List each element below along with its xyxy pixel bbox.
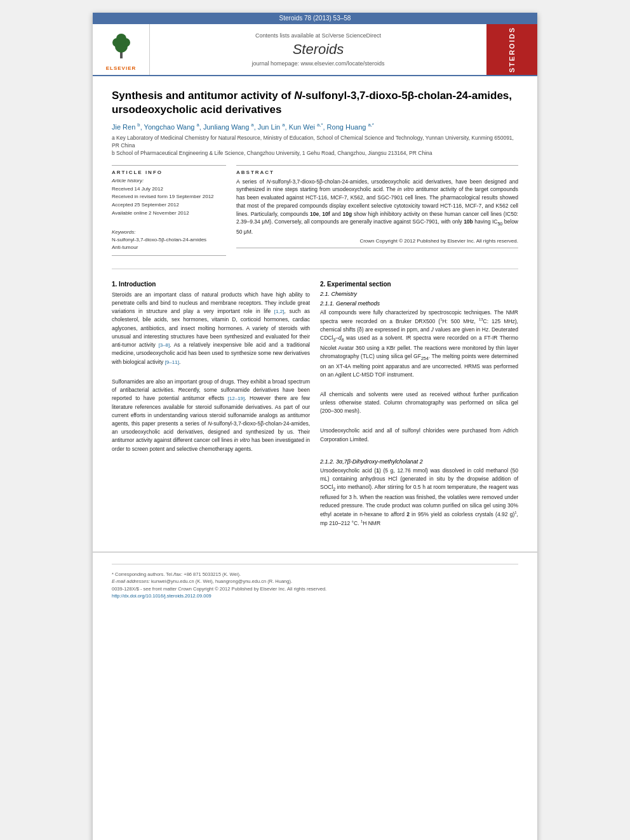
body-two-col: 1. Introduction Steroids are an importan… (112, 276, 518, 528)
history-label: Article history: (112, 178, 226, 183)
svg-point-4 (116, 34, 126, 44)
article-info-label: ARTICLE INFO (112, 170, 226, 175)
chem-heading: 2.1. Chemistry (320, 291, 518, 297)
compound2-text: Ursodeoxycholic acid (1) (5 g, 12.76 mmo… (320, 467, 518, 528)
article-info-abstract-cols: ARTICLE INFO Article history: Received 1… (112, 165, 518, 261)
section-divider (112, 269, 518, 269)
keywords-text: N-sulfonyl-3,7-dioxo-5β-cholan-24-amides… (112, 236, 226, 251)
affiliations: a Key Laboratory of Medicinal Chemistry … (112, 135, 518, 157)
compound2-heading: 2.1.2. 3α,7β-Dihydroxy-methylcholanat 2 (320, 458, 518, 465)
doi-line: http://dx.doi.org/10.1016/j.steroids.201… (112, 592, 518, 599)
article-content: Synthesis and antitumor activity of N-su… (93, 76, 537, 545)
copyright-footer: 0039-128X/$ - see front matter Crown Cop… (112, 585, 518, 592)
corresponding-note: * Corresponding authors. Tel./fax: +86 8… (112, 571, 518, 578)
journal-citation-bar: Steroids 78 (2013) 53–58 (93, 13, 537, 23)
elsevier-text: ELSEVIER (105, 65, 137, 71)
keyword-2: Anti-tumour (112, 244, 226, 251)
keyword-1: N-sulfonyl-3,7-dioxo-5β-cholan-24-amides (112, 236, 226, 244)
chemicals-text: All chemicals and solvents were used as … (320, 390, 518, 416)
intro-para1: Steroids are an important class of natur… (112, 291, 310, 366)
journal-name-display: Steroids (293, 41, 344, 58)
journal-homepage-text: journal homepage: www.elsevier.com/locat… (251, 60, 384, 67)
article-dates: Received 14 July 2012 Received in revise… (112, 185, 226, 218)
article-title: Synthesis and antitumor activity of N-su… (112, 89, 518, 117)
affiliation-a: a Key Laboratory of Medicinal Chemistry … (112, 135, 518, 150)
received-date: Received 14 July 2012 (112, 185, 226, 194)
steroids-logo-text: STEROIDS (508, 27, 516, 72)
abstract-col: ABSTRACT A series of N-sulfonyl-3,7-diox… (236, 165, 518, 261)
exp-heading: 2. Experimental section (320, 281, 518, 288)
page-footer: * Corresponding authors. Tel./fax: +86 8… (93, 552, 537, 604)
revised-date: Received in revised form 19 September 20… (112, 193, 226, 201)
intro-para2: Sulfonamides are also an important group… (112, 378, 310, 453)
general-methods-text: All compounds were fully characterized b… (320, 309, 518, 379)
journal-center: Contents lists available at SciVerse Sci… (150, 24, 486, 75)
keywords-label: Keywords: (112, 229, 226, 235)
affiliation-b: b School of Pharmaceutical Engineering &… (112, 150, 518, 157)
general-methods-heading: 2.1.1. General methods (320, 300, 518, 307)
journal-header: ELSEVIER Contents lists available at Sci… (93, 23, 537, 76)
introduction-col: 1. Introduction Steroids are an importan… (112, 276, 310, 528)
doi-link[interactable]: http://dx.doi.org/10.1016/j.steroids.201… (112, 593, 211, 599)
intro-heading: 1. Introduction (112, 281, 310, 288)
journal-citation: Steroids 78 (2013) 53–58 (279, 15, 351, 22)
available-date: Available online 2 November 2012 (112, 210, 226, 218)
abstract-text: A series of N-sulfonyl-3,7-dioxo-5β-chol… (236, 178, 518, 236)
accepted-date: Accepted 25 September 2012 (112, 201, 226, 210)
contents-available-text: Contents lists available at SciVerse Sci… (255, 32, 381, 39)
authors-line: Jie Ren b, Yongchao Wang a, Junliang Wan… (112, 122, 518, 131)
elsevier-logo-box: ELSEVIER (93, 24, 150, 75)
email-note: E-mail addresses: kunwei@ynu.edu.cn (K. … (112, 578, 518, 585)
experimental-col: 2. Experimental section 2.1. Chemistry 2… (320, 276, 518, 528)
elsevier-tree-icon (105, 29, 137, 60)
article-info-col: ARTICLE INFO Article history: Received 1… (112, 165, 226, 261)
steroids-logo-box: STEROIDS (486, 24, 537, 75)
abstract-label: ABSTRACT (236, 170, 518, 175)
footer-divider (112, 564, 518, 564)
copyright-text: Crown Copyright © 2012 Published by Else… (236, 238, 518, 244)
purchased-text: Ursodeoxycholic acid and all of sulfonyl… (320, 427, 518, 443)
